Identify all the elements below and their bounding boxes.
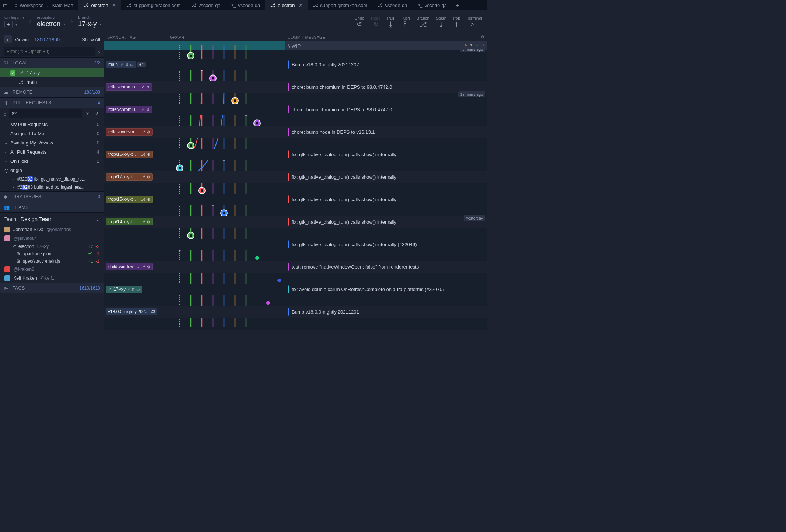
ref-icon: ✓: [127, 287, 130, 291]
pr-category[interactable]: ⌄Awaiting My Review0: [0, 138, 104, 147]
add-tab-button[interactable]: +: [452, 3, 463, 8]
pr-category[interactable]: ⌄My Pull Requests0: [0, 120, 104, 129]
branch-chip[interactable]: trop/16-x-y-bp-fi...⎇⚙: [106, 151, 153, 158]
branch-chip[interactable]: trop/14-x-y-bp-fi...⎇⚙: [106, 218, 153, 225]
push-button[interactable]: Push⭱: [401, 16, 410, 28]
commit-row[interactable]: v18.0.0-nightly.202...🏷Bump v18.0.0-nigh…: [104, 306, 487, 318]
tab-electron[interactable]: ⎇electron✕: [265, 0, 308, 10]
tab[interactable]: >_vscode-qa: [226, 0, 266, 10]
back-button[interactable]: ‹: [4, 35, 12, 43]
branch-icon: ⎇: [84, 3, 89, 8]
wip-row[interactable]: // WIP ✎ 3 ＋ 1: [104, 41, 487, 50]
pr-origin[interactable]: ◌ origin: [0, 166, 104, 175]
commit-row[interactable]: roller/chromiu...⎇⚙chore: bump chromium …: [104, 81, 487, 93]
pr-category[interactable]: ›All Pull Requests4: [0, 147, 104, 157]
workspace-crumb[interactable]: workspace +▾: [4, 15, 24, 28]
show-all-button[interactable]: Show All: [82, 37, 100, 42]
tab-support-gitkraken-com[interactable]: ⎇support.gitkraken.com: [308, 0, 373, 10]
svg-point-26: [254, 120, 260, 126]
team-member[interactable]: @kraken8: [0, 265, 104, 274]
branch-chip[interactable]: main⎇⚙▭: [106, 61, 136, 68]
branch-chip[interactable]: roller/chromiu...⎇⚙: [106, 83, 152, 91]
pr-item[interactable]: ✕#28288 build: add boringssl hea...: [0, 183, 104, 191]
branch-button[interactable]: Branch⎇: [417, 16, 429, 28]
team-member[interactable]: @jsilvafour: [0, 234, 104, 243]
folder-icon[interactable]: 🗀: [0, 3, 10, 8]
commit-row[interactable]: child-window-pr...⎇⚙test: remove "native…: [104, 261, 487, 273]
branch-chip[interactable]: roller/chromiu...⎇⚙: [106, 106, 152, 113]
pull-requests-section[interactable]: ⇅ PULL REQUESTS 4: [0, 97, 104, 108]
commit-row[interactable]: chore: bump chromium in DEPS to 98.0.474…: [104, 329, 487, 330]
remote-section[interactable]: ☁ REMOTE 188/188: [0, 87, 104, 97]
workspace-tab[interactable]: ⌂ Workspace / Malo Mart: [10, 0, 78, 10]
jira-section[interactable]: ◆ JIRA ISSUES 0: [0, 191, 104, 202]
filter-input[interactable]: [4, 47, 95, 56]
tab[interactable]: ⎇vscode-qa: [186, 0, 226, 10]
chevron-icon: ⌄: [4, 122, 10, 126]
svg-point-49: [220, 209, 228, 217]
commit-message: chore: bump chromium in DEPS to 98.0.474…: [292, 84, 392, 90]
commit-row[interactable]: ✓17-x-y✓⚙▭fix: avoid double call in OnRe…: [104, 284, 487, 295]
ref-icon: ⎇: [141, 220, 145, 224]
tab-vscode-qa[interactable]: ⎇vscode-qa: [372, 0, 412, 10]
commit-color-bar: [288, 105, 289, 113]
pr-category[interactable]: ⌄On Hold2: [0, 157, 104, 166]
member-file[interactable]: 🗎./package.json+1-1: [0, 250, 104, 258]
branch-icon: ⎇: [11, 244, 16, 249]
chevron-icon: ⌄: [4, 132, 10, 136]
svg-point-20: [232, 98, 238, 104]
pop-button[interactable]: Pop⤒: [453, 16, 460, 28]
filter-icon[interactable]: ⧩: [93, 111, 100, 117]
pull-button[interactable]: Pull⭳: [387, 16, 394, 28]
tab[interactable]: ⎇support.gitkraken.com: [121, 0, 186, 10]
pr-item[interactable]: ✓#32082 fix: gtk_native_dialog_ru...: [0, 175, 104, 183]
team-member[interactable]: Keif Kraken@keif1: [0, 274, 104, 283]
member-file[interactable]: 🗎spec/static /main.js+1-1: [0, 258, 104, 265]
member-branch[interactable]: ⎇electron17-x-y+2-2: [0, 243, 104, 250]
clear-search-button[interactable]: ✕: [84, 111, 91, 117]
file-icon: 🗎: [16, 259, 21, 264]
svg-point-63: [277, 278, 281, 283]
branch-chip[interactable]: roller/node/main⎇⚙: [106, 128, 153, 136]
commit-row[interactable]: trop/17-x-y-bp-fi...⎇⚙fix: gtk_native_di…: [104, 171, 487, 183]
local-branch-17-x-y[interactable]: ✓⎇17-x-y: [0, 68, 104, 77]
branch-crumb[interactable]: branch 17-x-y▾: [78, 15, 101, 28]
pr-category[interactable]: ⌄Assigned To Me0: [0, 129, 104, 138]
commit-row[interactable]: roller/node/main⎇⚙chore: bump node in DE…: [104, 126, 487, 138]
branch-chip[interactable]: trop/15-x-y-bp-fi...⎇⚙: [106, 196, 153, 203]
commit-row[interactable]: trop/14-x-y-bp-fi...⎇⚙fix: gtk_native_di…: [104, 216, 487, 228]
plus-icon[interactable]: +: [4, 21, 13, 28]
tab[interactable]: ⎇electron✕: [78, 0, 121, 10]
search-icon[interactable]: ⌕: [95, 49, 100, 55]
undo-button[interactable]: Undo↺: [355, 16, 364, 28]
close-icon[interactable]: ✕: [297, 3, 303, 8]
local-section[interactable]: 🖳 LOCAL 2/2: [0, 57, 104, 68]
branch-chip[interactable]: trop/17-x-y-bp-fi...⎇⚙: [106, 173, 153, 181]
commit-row[interactable]: main⎇⚙▭+1Bump v18.0.0-nightly.20211202: [104, 59, 487, 70]
commit-message: fix: gtk_native_dialog_run() calls show(…: [292, 242, 417, 247]
team-member[interactable]: Jonathan Silva@jonathans: [0, 225, 104, 234]
svg-rect-57: [190, 234, 192, 237]
commit-row[interactable]: roller/chromiu...⎇⚙chore: bump chromium …: [104, 104, 487, 115]
tag-chip[interactable]: v18.0.0-nightly.202...🏷: [106, 308, 157, 315]
local-branch-main[interactable]: ⎇main: [0, 77, 104, 87]
branch-chip[interactable]: ✓17-x-y✓⚙▭: [106, 286, 142, 293]
repository-crumb[interactable]: repository electron▾: [37, 15, 65, 28]
commit-color-bar: [288, 195, 289, 203]
pr-search-input[interactable]: [9, 109, 82, 118]
gear-icon[interactable]: ⚙: [481, 35, 487, 39]
svg-point-50: [221, 210, 227, 216]
tags-section[interactable]: 🏷 TAGS 1610/1610: [0, 283, 104, 293]
teams-section[interactable]: 👥 TEAMS: [0, 202, 104, 213]
commit-row[interactable]: trop/15-x-y-bp-fi...⎇⚙fix: gtk_native_di…: [104, 194, 487, 205]
ref-icon: ⎇: [141, 197, 145, 202]
branch-chip[interactable]: child-window-pr...⎇⚙: [106, 263, 153, 270]
tab-vscode-qa[interactable]: >_vscode-qa: [412, 0, 452, 10]
commit-row[interactable]: trop/16-x-y-bp-fi...⎇⚙fix: gtk_native_di…: [104, 149, 487, 160]
terminal-button[interactable]: Terminal>_: [467, 16, 482, 28]
team-selector[interactable]: Team: Design Team ⌄: [0, 213, 104, 225]
stash-button[interactable]: Stash⤓: [436, 16, 446, 28]
close-icon[interactable]: ✕: [110, 3, 116, 8]
commit-row[interactable]: fix: gtk_native_dialog_run() calls show(…: [104, 239, 487, 250]
svg-rect-45: [201, 189, 203, 192]
